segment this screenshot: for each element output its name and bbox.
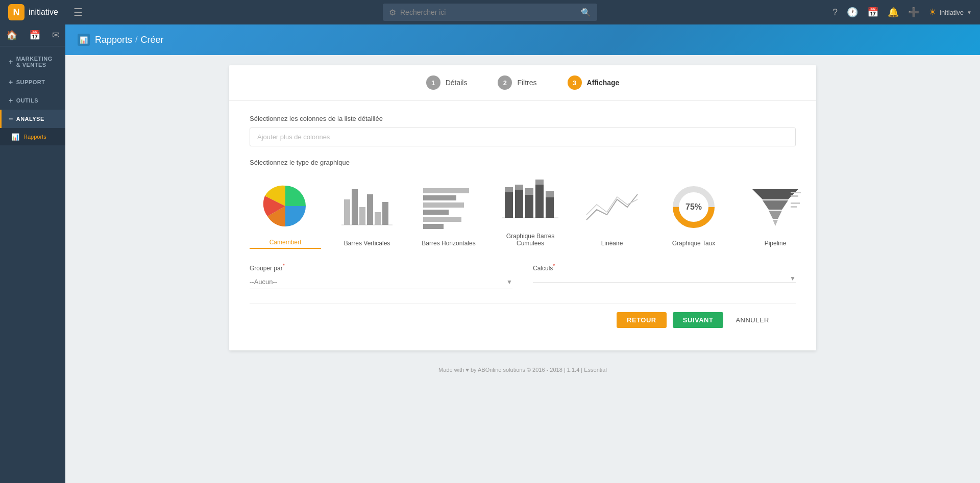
expand-icon: + <box>9 96 13 105</box>
mail-icon[interactable]: ✉ <box>52 30 60 41</box>
calculs-value[interactable] <box>533 275 790 282</box>
svg-rect-9 <box>423 195 456 200</box>
svg-rect-20 <box>525 188 533 195</box>
calculs-label: Calculs* <box>533 263 796 272</box>
search-filter-icon: ⚙ <box>389 8 396 17</box>
svg-rect-21 <box>535 185 544 218</box>
calendar-icon[interactable]: 📅 <box>867 7 878 18</box>
expand-icon: + <box>9 78 13 86</box>
lineaire-preview <box>576 182 648 233</box>
menu-icon[interactable]: ☰ <box>74 6 83 18</box>
sidebar-item-outils[interactable]: + OUTILS <box>0 91 65 110</box>
step-label-1: Détails <box>446 79 468 87</box>
user-menu[interactable]: ☀ initiative ▼ <box>928 7 972 18</box>
topbar: N initiative ☰ ⚙ 🔍 ? 🕐 📅 🔔 ➕ ☀ initiativ… <box>0 0 980 24</box>
svg-rect-23 <box>546 197 554 218</box>
search-input[interactable] <box>400 8 581 16</box>
chart-type-barres-cumulees[interactable]: Graphique Barres Cumulees <box>495 174 566 249</box>
barres-cumulees-label: Graphique Barres Cumulees <box>495 231 566 249</box>
wizard-step-details: 1 Détails <box>426 75 468 90</box>
topbar-actions: ? 🕐 📅 🔔 ➕ ☀ initiative ▼ <box>832 7 972 18</box>
suivant-button[interactable]: SUIVANT <box>673 312 724 328</box>
calculs-dropdown-icon: ▼ <box>790 275 796 282</box>
logo-text: initiative <box>29 8 58 17</box>
search-bar: ⚙ 🔍 <box>383 4 597 21</box>
chart-types-row: Camembert <box>250 174 796 249</box>
retour-button[interactable]: RETOUR <box>617 312 667 328</box>
user-dropdown-icon: ▼ <box>967 10 972 15</box>
chart-type-barres-horizontales[interactable]: Barres Horizontales <box>413 182 484 249</box>
svg-rect-5 <box>367 194 373 225</box>
search-icon[interactable]: 🔍 <box>581 8 591 17</box>
chart-type-label: Sélectionnez le type de graphique <box>250 159 796 166</box>
page-header-icon: 📊 <box>78 34 90 46</box>
svg-rect-6 <box>375 212 381 225</box>
svg-rect-10 <box>423 202 464 208</box>
notifications-icon[interactable]: 🔔 <box>888 7 899 18</box>
page-header-subtitle: Créer <box>141 35 164 45</box>
svg-marker-30 <box>769 211 782 219</box>
barres-horizontales-preview <box>413 182 484 233</box>
sidebar-sub-item-rapports[interactable]: 📊 Rapports <box>0 128 65 145</box>
wizard-footer: RETOUR SUIVANT ANNULER <box>250 303 796 336</box>
wizard-body: Sélectionnez les colonnes de la liste dé… <box>229 100 816 350</box>
wizard-panel: 1 Détails 2 Filtres 3 Affic <box>229 65 816 350</box>
grouper-select-wrapper: --Aucun-- ▼ <box>250 275 512 289</box>
grouper-value[interactable]: --Aucun-- <box>250 275 506 289</box>
page-header: 📊 Rapports / Créer <box>65 24 980 55</box>
logo-icon: N <box>8 4 24 20</box>
svg-rect-8 <box>423 188 469 193</box>
chart-type-graphique-taux[interactable]: 75% Graphique Taux <box>658 182 729 249</box>
svg-rect-11 <box>423 210 449 215</box>
svg-text:75%: 75% <box>685 202 702 211</box>
svg-rect-15 <box>505 192 513 218</box>
chart-type-lineaire[interactable]: Linéaire <box>576 182 648 249</box>
barres-verticales-preview <box>331 182 403 233</box>
sidebar-item-analyse[interactable]: − ANALYSE <box>0 110 65 128</box>
add-icon[interactable]: ➕ <box>908 7 919 18</box>
chart-type-pipeline[interactable]: Pipeline <box>740 182 811 249</box>
calendar-sidebar-icon[interactable]: 📅 <box>29 30 40 41</box>
svg-rect-13 <box>423 224 444 229</box>
step-label-2: Filtres <box>517 79 536 87</box>
pipeline-label: Pipeline <box>765 238 787 249</box>
svg-rect-35 <box>791 206 797 208</box>
calculs-select-wrapper: ▼ <box>533 275 796 283</box>
columns-field[interactable]: Ajouter plus de colonnes <box>250 128 796 146</box>
sidebar: 🏠 📅 ✉ + MARKETING & VENTES + SUPPORT + O… <box>0 24 65 483</box>
chart-type-camembert[interactable]: Camembert <box>250 181 321 249</box>
lineaire-label: Linéaire <box>601 238 623 249</box>
chart-type-barres-verticales[interactable]: Barres Verticales <box>331 182 403 249</box>
svg-rect-22 <box>535 180 544 185</box>
annuler-button[interactable]: ANNULER <box>729 312 775 328</box>
logo: N initiative <box>8 4 74 20</box>
svg-marker-29 <box>763 200 788 210</box>
svg-rect-32 <box>791 192 801 193</box>
wizard-step-affichage: 3 Affichage <box>568 75 620 90</box>
form-group-grouper: Grouper par* --Aucun-- ▼ <box>250 263 512 289</box>
user-label: initiative <box>940 9 964 16</box>
columns-section-label: Sélectionnez les colonnes de la liste dé… <box>250 115 796 122</box>
svg-rect-17 <box>515 190 523 218</box>
form-group-calculs: Calculs* ▼ <box>533 263 796 289</box>
main-content: 📊 Rapports / Créer 1 Détails <box>65 24 980 483</box>
history-icon[interactable]: 🕐 <box>847 7 858 18</box>
page-footer: Made with ♥ by ABOnline solutions © 2016… <box>65 361 980 379</box>
svg-rect-4 <box>359 207 365 225</box>
wizard-step-filtres: 2 Filtres <box>498 75 536 90</box>
rapports-icon: 📊 <box>11 133 19 141</box>
sidebar-item-marketing-ventes[interactable]: + MARKETING & VENTES <box>0 50 65 73</box>
svg-rect-7 <box>382 202 388 225</box>
user-sun-icon: ☀ <box>928 7 937 18</box>
expand-icon: + <box>9 58 13 66</box>
wizard-steps: 1 Détails 2 Filtres 3 Affic <box>229 65 816 100</box>
content-area: 1 Détails 2 Filtres 3 Affic <box>65 55 980 483</box>
grouper-dropdown-icon: ▼ <box>506 278 512 286</box>
sidebar-item-support[interactable]: + SUPPORT <box>0 73 65 91</box>
step-circle-2: 2 <box>498 75 512 90</box>
grouper-label: Grouper par* <box>250 263 512 272</box>
barres-horizontales-label: Barres Horizontales <box>422 238 475 249</box>
pipeline-preview <box>740 182 811 233</box>
home-icon[interactable]: 🏠 <box>6 30 17 41</box>
help-icon[interactable]: ? <box>832 7 838 18</box>
